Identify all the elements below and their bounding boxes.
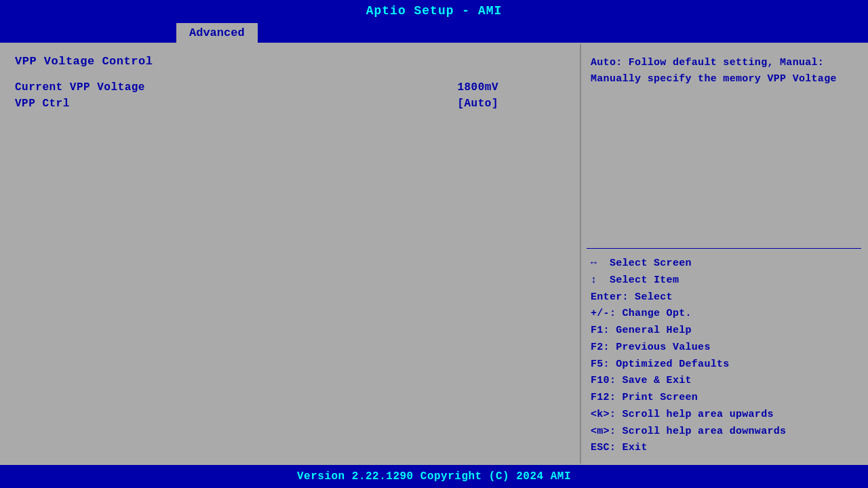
setting-label-vpp-ctrl: VPP Ctrl [15, 98, 70, 110]
footer: Version 2.22.1290 Copyright (C) 2024 AMI [0, 465, 868, 488]
left-panel: VPP Voltage Control Current VPP Voltage … [1, 44, 581, 464]
key-binding-f2: F2: Previous Values [591, 340, 857, 357]
key-binding-select-item: ↕ Select Item [591, 272, 857, 289]
tab-advanced[interactable]: Advanced [176, 23, 258, 43]
help-text: Auto: Follow default setting, Manual: Ma… [581, 44, 867, 248]
tab-bar: Advanced [0, 20, 868, 43]
footer-text: Version 2.22.1290 Copyright (C) 2024 AMI [297, 470, 571, 483]
setting-row-current-vpp: Current VPP Voltage 1800mV [15, 80, 566, 95]
key-binding-enter: Enter: Select [591, 289, 857, 306]
app: Aptio Setup - AMI Advanced VPP Voltage C… [0, 0, 868, 488]
key-binding-f5: F5: Optimized Defaults [591, 357, 857, 373]
title-bar: Aptio Setup - AMI [0, 0, 868, 20]
key-binding-change-opt: +/-: Change Opt. [591, 306, 857, 323]
main-content: VPP Voltage Control Current VPP Voltage … [0, 43, 868, 465]
key-binding-f10: F10: Save & Exit [591, 373, 857, 390]
key-binding-esc: ESC: Exit [591, 440, 857, 457]
key-help: ↔ Select Screen ↕ Select Item Enter: Sel… [581, 249, 867, 464]
key-binding-m: <m>: Scroll help area downwards [591, 424, 857, 441]
key-binding-f12: F12: Print Screen [591, 390, 857, 407]
app-title: Aptio Setup - AMI [366, 4, 502, 18]
setting-label-current-vpp: Current VPP Voltage [15, 81, 145, 94]
setting-row-vpp-ctrl[interactable]: VPP Ctrl [Auto] [15, 96, 566, 111]
panel-title: VPP Voltage Control [15, 55, 566, 68]
key-binding-f1: F1: General Help [591, 323, 857, 340]
right-panel: Auto: Follow default setting, Manual: Ma… [581, 44, 867, 464]
key-binding-select-screen: ↔ Select Screen [591, 256, 857, 272]
setting-value-current-vpp: 1800mV [457, 81, 498, 94]
setting-value-vpp-ctrl: [Auto] [457, 98, 498, 110]
key-binding-k: <k>: Scroll help area upwards [591, 407, 857, 424]
